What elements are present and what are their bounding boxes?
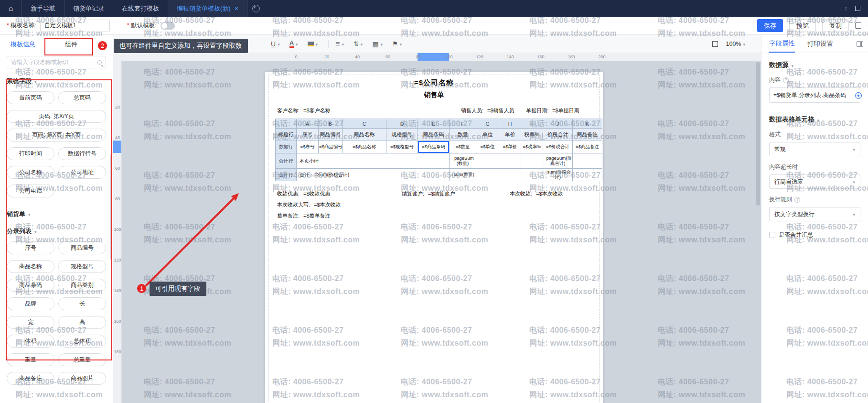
company-name-field[interactable]: =$公司名称 (265, 72, 603, 87)
preview-button[interactable]: 预览 (789, 19, 816, 32)
field-chip[interactable]: 公司地址 (58, 166, 106, 179)
field-search-input[interactable] (11, 59, 97, 65)
meta-field-date[interactable]: 单据日期:=$单据日期 (526, 107, 579, 114)
column-header[interactable]: D (386, 119, 418, 129)
field-chip[interactable]: 总体积 (58, 335, 106, 348)
table-cell[interactable]: 税率% (521, 129, 543, 141)
maximize-icon[interactable] (855, 6, 860, 11)
table-cell[interactable]: 合计： =sum(价税合计) (297, 169, 450, 181)
field-chip[interactable]: 宽 (7, 316, 54, 329)
table-cell[interactable]: 序号 (297, 129, 319, 141)
column-header[interactable]: K (573, 119, 602, 129)
row-label[interactable]: 合计行 (276, 169, 297, 181)
section-data-source[interactable]: 数据源 (769, 61, 860, 69)
table-cell[interactable]: 商品条码 (418, 129, 450, 141)
table-cell[interactable] (476, 169, 499, 181)
field-chip[interactable]: 公司名称 (7, 166, 54, 179)
tab-template-info[interactable]: 模板信息 (11, 40, 35, 49)
wrap-rule-select[interactable]: 按文字类型换行 (769, 207, 860, 221)
underline-button[interactable] (271, 40, 280, 48)
table-cell[interactable]: 商品名称 (343, 129, 386, 141)
table-cell[interactable]: =$序号 (297, 141, 319, 153)
selected-cell[interactable]: =$商品条码 (418, 141, 450, 153)
section-sales-order[interactable]: 销货单 (7, 210, 25, 218)
section-system-fields[interactable]: 系统字段 (7, 77, 32, 86)
sidebar-scrollbar[interactable] (110, 154, 112, 260)
field-chip[interactable]: 公司电话 (7, 185, 54, 197)
table-cell[interactable] (521, 169, 543, 181)
table-cell[interactable]: 数量 (450, 129, 476, 141)
field-chip[interactable]: 长 (58, 297, 106, 310)
footer-field-account[interactable]: 结算账户:=$结算账户 (402, 190, 455, 197)
footer-field-payment-words[interactable]: 本次收款大写:=$本次收款 (277, 201, 341, 208)
table-cell[interactable]: =sum(数量) (450, 169, 476, 181)
align-button[interactable] (335, 40, 344, 48)
overflow-select[interactable]: 行高自适应 (769, 174, 860, 189)
column-header[interactable]: B (319, 119, 343, 129)
table-cell[interactable]: =pageSum(数量) (450, 153, 476, 169)
content-input[interactable]: =$销货单.分录列表.商品条码 (769, 87, 860, 103)
fullscreen-icon[interactable] (855, 22, 861, 29)
field-chip[interactable]: 页码: 第X/Y页 (7, 110, 106, 123)
field-chip[interactable]: 总重量 (58, 353, 106, 366)
top-tab-sales-records[interactable]: 销货单记录 (64, 0, 113, 17)
column-header[interactable]: C (343, 119, 386, 129)
column-header[interactable]: A (297, 119, 319, 129)
row-label[interactable]: 数据行 (276, 141, 297, 153)
table-cell[interactable] (521, 153, 543, 169)
table-cell[interactable]: =$规格型号 (386, 141, 418, 153)
template-page[interactable]: =$公司名称 销售单 客户名称:=$客户名称 销售人员:=$销售人员 单据日期:… (265, 72, 603, 403)
field-chip[interactable]: 当前页码 (7, 91, 54, 104)
close-tab-icon[interactable] (231, 5, 238, 12)
field-chip[interactable]: 重量 (7, 353, 54, 366)
field-chip[interactable]: 数据行行号 (58, 147, 106, 160)
field-chip[interactable]: 商品条码 (7, 279, 54, 292)
checkbox-icon[interactable] (769, 232, 775, 238)
table-cell[interactable]: =sum(价税合计) (543, 169, 573, 181)
table-cell[interactable]: =$数量 (450, 141, 476, 153)
table-cell[interactable]: =$单价 (499, 141, 521, 153)
footer-field-remark[interactable]: 整单备注:=$整单备注 (277, 212, 331, 219)
table-cell[interactable]: 价税合计 (543, 129, 573, 141)
borders-button[interactable] (372, 40, 383, 48)
column-header[interactable]: H (499, 119, 521, 129)
top-tab-edit-template[interactable]: 编辑销货单模板(新) (168, 0, 247, 17)
copy-button[interactable]: 复制 (822, 19, 849, 32)
field-chip[interactable]: 序号 (7, 241, 54, 254)
template-name-input[interactable] (40, 20, 110, 32)
row-label[interactable]: 合计行 (276, 153, 297, 169)
canvas-scrollbar[interactable] (756, 62, 760, 402)
save-button[interactable]: 保存 (757, 19, 783, 32)
top-tab-beginner-nav[interactable]: 新手导航 (22, 0, 64, 17)
table-cell[interactable]: 单价 (499, 129, 521, 141)
field-chip[interactable]: 商品编号 (58, 241, 106, 254)
formula-helper-icon[interactable] (855, 92, 862, 99)
column-header[interactable]: E (418, 119, 450, 129)
table-cell[interactable] (573, 169, 602, 181)
field-chip[interactable]: 商品名称 (7, 260, 54, 273)
column-header[interactable]: F (450, 119, 476, 129)
zoom-control[interactable]: 100% (726, 41, 745, 47)
doc-title-field[interactable]: 销售单 (265, 91, 603, 99)
field-chip[interactable]: 打印时间 (7, 147, 54, 160)
vertical-align-button[interactable] (354, 40, 363, 47)
tab-overflow-icon[interactable] (252, 5, 260, 12)
merge-summary-checkbox[interactable]: 是否合并汇总 (769, 231, 860, 239)
table-cell[interactable]: 商品编号 (319, 129, 343, 141)
default-template-toggle[interactable] (161, 22, 175, 30)
row-label[interactable]: 标题行 (276, 129, 297, 141)
field-chip[interactable]: 高 (58, 316, 106, 329)
table-cell[interactable]: =$税率% (521, 141, 543, 153)
footer-field-discount[interactable]: 收款优惠:=$收款优惠 (277, 190, 331, 197)
column-header[interactable]: I (521, 119, 543, 129)
table-cell[interactable]: =$商品编号 (319, 141, 343, 153)
section-table-cell[interactable]: 数据表格单元格 (769, 115, 860, 124)
column-header[interactable]: G (476, 119, 499, 129)
template-table[interactable]: A B C D E F G H I J K 标题行 序号 商品编号 商品名称 (275, 119, 602, 181)
scrollbar-thumb[interactable] (756, 62, 760, 206)
field-chip[interactable]: 商品图片 (58, 372, 106, 385)
tab-components[interactable]: 组件 (65, 40, 77, 49)
format-select[interactable]: 常规 (769, 142, 860, 156)
fill-color-button[interactable] (308, 41, 318, 47)
table-cell[interactable]: =$单位 (476, 141, 499, 153)
